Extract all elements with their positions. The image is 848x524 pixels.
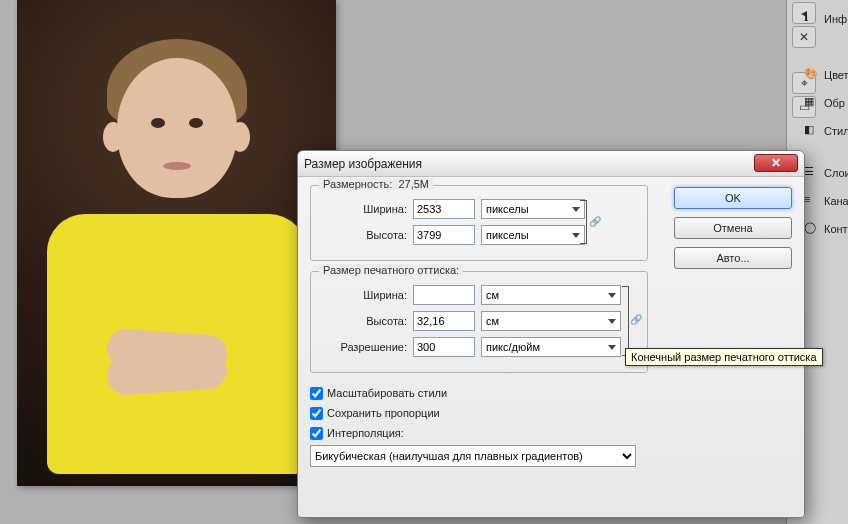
image-size-dialog: Размер изображения ✕ OK Отмена Авто... Р… bbox=[297, 150, 805, 518]
doc-width-label: Ширина: bbox=[323, 289, 407, 301]
panel-label: Цвет bbox=[824, 69, 848, 81]
doc-height-input[interactable] bbox=[413, 311, 475, 331]
pixel-dimensions-legend: Размерность: 27,5M bbox=[319, 178, 433, 190]
channels-icon: ≡ bbox=[804, 193, 820, 209]
constrain-proportions-label: Сохранить пропорции bbox=[327, 407, 440, 419]
photo-content bbox=[17, 0, 336, 486]
chevron-down-icon bbox=[608, 319, 616, 324]
scale-styles-checkbox[interactable] bbox=[310, 387, 323, 400]
resample-label: Интерполяция: bbox=[327, 427, 404, 439]
panel-tab-swatches[interactable]: ▦ Обр bbox=[800, 92, 848, 114]
paths-icon: ◯ bbox=[804, 221, 820, 237]
panel-label: Конт bbox=[824, 223, 848, 235]
panel-tab-color[interactable]: 🎨 Цвет bbox=[800, 64, 848, 86]
tooltip: Конечный размер печатного оттиска bbox=[625, 348, 823, 366]
chevron-down-icon bbox=[572, 233, 580, 238]
dialog-title: Размер изображения bbox=[304, 157, 422, 171]
chain-icon: 🔗 bbox=[589, 216, 601, 227]
dialog-titlebar[interactable]: Размер изображения ✕ bbox=[298, 151, 804, 177]
panel-label: Стил bbox=[824, 125, 848, 137]
panel-label: Инф bbox=[824, 13, 847, 25]
resample-checkbox[interactable] bbox=[310, 427, 323, 440]
layers-icon: ☰ bbox=[804, 165, 820, 181]
palette-icon: 🎨 bbox=[804, 67, 820, 83]
panel-label: Обр bbox=[824, 97, 845, 109]
doc-height-label: Высота: bbox=[323, 315, 407, 327]
close-button[interactable]: ✕ bbox=[754, 154, 798, 172]
px-width-input[interactable] bbox=[413, 199, 475, 219]
px-height-label: Высота: bbox=[323, 229, 407, 241]
panel-tab-layers[interactable]: ☰ Слои bbox=[800, 162, 848, 184]
doc-width-input[interactable] bbox=[413, 285, 475, 305]
panel-label: Слои bbox=[824, 167, 848, 179]
styles-icon: ◧ bbox=[804, 123, 820, 139]
info-icon: ℹ︎ bbox=[804, 11, 820, 27]
swatches-icon: ▦ bbox=[804, 95, 820, 111]
document-size-legend: Размер печатного оттиска: bbox=[319, 264, 463, 276]
chain-icon: 🔗 bbox=[630, 314, 642, 325]
interpolation-select[interactable]: Бикубическая (наилучшая для плавных град… bbox=[310, 445, 636, 467]
close-icon: ✕ bbox=[771, 156, 781, 170]
resolution-unit-select[interactable]: пикс/дюйм bbox=[481, 337, 621, 357]
px-width-label: Ширина: bbox=[323, 203, 407, 215]
panel-tab-info[interactable]: ℹ︎ Инф bbox=[800, 8, 848, 30]
chevron-down-icon bbox=[608, 293, 616, 298]
panel-tab-paths[interactable]: ◯ Конт bbox=[800, 218, 848, 240]
resolution-label: Разрешение: bbox=[323, 341, 407, 353]
chevron-down-icon bbox=[608, 345, 616, 350]
photo-canvas bbox=[17, 0, 336, 486]
scale-styles-label: Масштабировать стили bbox=[327, 387, 447, 399]
panel-tab-styles[interactable]: ◧ Стил bbox=[800, 120, 848, 142]
px-height-input[interactable] bbox=[413, 225, 475, 245]
panel-label: Кана bbox=[824, 195, 848, 207]
doc-height-unit-select[interactable]: см bbox=[481, 311, 621, 331]
px-width-unit-select[interactable]: пикселы bbox=[481, 199, 585, 219]
resolution-input[interactable] bbox=[413, 337, 475, 357]
px-height-unit-select[interactable]: пикселы bbox=[481, 225, 585, 245]
constrain-proportions-checkbox[interactable] bbox=[310, 407, 323, 420]
chevron-down-icon bbox=[572, 207, 580, 212]
doc-width-unit-select[interactable]: см bbox=[481, 285, 621, 305]
panel-tab-channels[interactable]: ≡ Кана bbox=[800, 190, 848, 212]
